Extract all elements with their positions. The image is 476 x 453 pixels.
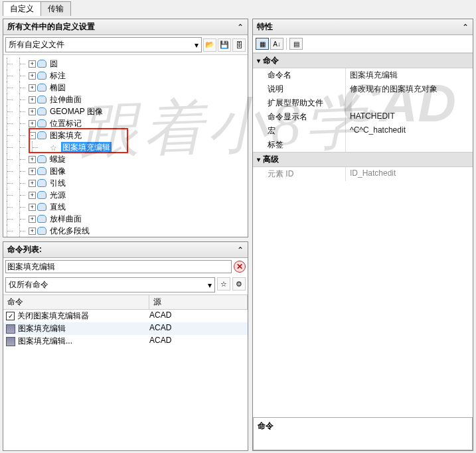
tree-twisty[interactable]: [29, 84, 36, 92]
tree-node[interactable]: 放样曲面: [3, 213, 248, 225]
command-name: 图案填充编辑...: [18, 336, 72, 347]
tree-node-label: 圆: [48, 58, 59, 70]
collapse-icon[interactable]: ⌃: [462, 23, 469, 32]
tree-node-label: 拉伸曲面: [48, 94, 83, 105]
tree-twisty[interactable]: [29, 72, 36, 80]
mouse-icon: [37, 191, 46, 199]
collapse-icon[interactable]: ⌃: [237, 245, 244, 255]
highlight-box: [29, 128, 128, 153]
tree-node[interactable]: 引线: [3, 177, 248, 189]
tab-custom[interactable]: 自定义: [3, 1, 41, 16]
tree-node-label: GEOMAP 图像: [48, 106, 104, 117]
tree-node[interactable]: 圆: [3, 58, 248, 70]
command-search-input[interactable]: [5, 260, 232, 273]
tree-node[interactable]: 图像: [3, 165, 248, 177]
tree-node-label: 光源: [48, 190, 67, 201]
alpha-sort-icon[interactable]: A↓: [270, 38, 283, 50]
command-icon: [6, 324, 15, 334]
tree-twisty[interactable]: [29, 204, 36, 211]
custom-panel-title: 所有文件中的自定义设置: [7, 21, 95, 32]
command-list[interactable]: ✓关闭图案填充编辑器ACAD图案填充编辑ACAD图案填充编辑...ACAD: [3, 310, 248, 450]
customization-panel: 所有文件中的自定义设置 ⌃ 所有自定义文件 ▾ 📂 💾 🗄 圆标注椭圆拉伸曲面G…: [3, 19, 248, 237]
favorite-icon[interactable]: ☆: [217, 277, 230, 291]
tree-node-label: 图像: [48, 166, 67, 177]
properties-panel: 特性 ⌃ ▦ A↓ ▤ 命令 命令名图案填充编辑 说明修改现有的图案填充对象 扩…: [252, 19, 473, 451]
mouse-icon: [37, 203, 46, 211]
tree-node[interactable]: GEOMAP 图像: [3, 105, 248, 117]
mouse-icon: [37, 119, 46, 127]
checkbox-icon[interactable]: ✓: [6, 312, 15, 320]
group-command[interactable]: 命令: [253, 53, 473, 68]
mouse-icon: [37, 155, 46, 163]
tree-node-label: 优化多段线: [48, 226, 91, 237]
tree-node[interactable]: 拉伸曲面: [3, 94, 248, 105]
command-source: ACAD: [149, 323, 248, 334]
filter-combo[interactable]: 仅所有命令 ▾: [5, 277, 215, 292]
tree-twisty[interactable]: [29, 192, 36, 199]
tree-twisty[interactable]: [29, 180, 36, 187]
mouse-icon: [37, 84, 46, 92]
command-list-row[interactable]: 图案填充编辑...ACAD: [3, 335, 248, 348]
clear-search-icon[interactable]: ✕: [234, 261, 246, 273]
tree-node-label: 直线: [48, 202, 67, 213]
mouse-icon: [37, 60, 46, 68]
mouse-icon: [37, 72, 46, 80]
collapse-icon[interactable]: ⌃: [237, 23, 244, 32]
props-description-footer: 命令: [253, 417, 473, 450]
tree-node[interactable]: 标注: [3, 70, 248, 82]
tree-node[interactable]: 优化多段线: [3, 225, 248, 237]
col-source[interactable]: 源: [149, 295, 248, 309]
tree-node[interactable]: 光源: [3, 189, 248, 201]
custom-tree[interactable]: 圆标注椭圆拉伸曲面GEOMAP 图像位置标记图案填充图案填充编辑螺旋图像引线光源…: [3, 55, 248, 237]
group-advanced[interactable]: 高级: [253, 152, 473, 167]
tree-node-label: 螺旋: [48, 154, 67, 165]
mouse-icon: [37, 215, 46, 223]
command-source: ACAD: [149, 310, 248, 322]
mouse-icon: [37, 96, 46, 103]
tree-twisty[interactable]: [29, 108, 36, 115]
command-icon: [6, 337, 15, 346]
saveall-icon[interactable]: 🗄: [232, 38, 246, 52]
tree-node-label: 引线: [48, 178, 67, 189]
open-icon[interactable]: 📂: [203, 38, 216, 52]
props-title: 特性: [257, 21, 273, 32]
tree-twisty[interactable]: [29, 156, 36, 163]
tree-twisty[interactable]: [29, 120, 36, 127]
chevron-down-icon: ▾: [195, 40, 198, 50]
mouse-icon: [37, 179, 46, 187]
command-list-row[interactable]: 图案填充编辑ACAD: [3, 322, 248, 335]
tree-node-label: 位置标记: [48, 118, 83, 129]
mouse-icon: [37, 227, 46, 235]
prop-page-icon[interactable]: ▤: [289, 38, 303, 50]
mouse-icon: [37, 107, 46, 115]
tree-twisty[interactable]: [29, 216, 36, 223]
tree-node[interactable]: 椭圆: [3, 82, 248, 94]
tree-twisty[interactable]: [29, 227, 36, 235]
tree-node[interactable]: 直线: [3, 201, 248, 213]
tree-node[interactable]: 螺旋: [3, 153, 248, 165]
command-name: 关闭图案填充编辑器: [17, 310, 89, 322]
property-grid[interactable]: 命令 命令名图案填充编辑 说明修改现有的图案填充对象 扩展型帮助文件 命令显示名…: [253, 53, 473, 417]
command-name: 图案填充编辑: [18, 323, 66, 334]
tree-twisty[interactable]: [29, 168, 36, 175]
cmdlist-title: 命令列表:: [7, 244, 42, 255]
command-source: ACAD: [149, 336, 248, 347]
tab-transfer[interactable]: 传输: [40, 1, 71, 16]
categorized-view-icon[interactable]: ▦: [256, 38, 269, 50]
command-list-row[interactable]: ✓关闭图案填充编辑器ACAD: [3, 310, 248, 322]
command-list-panel: 命令列表: ⌃ ✕ 仅所有命令 ▾ ☆ ⚙ 命令 源 ✓关闭图案填充编辑器ACA…: [3, 241, 248, 451]
chevron-down-icon: ▾: [208, 281, 212, 290]
save-icon[interactable]: 💾: [218, 38, 231, 52]
tree-twisty[interactable]: [29, 96, 36, 103]
tree-node-label: 椭圆: [48, 82, 67, 94]
mouse-icon: [37, 167, 46, 175]
filter-settings-icon[interactable]: ⚙: [232, 277, 246, 291]
tree-node-label: 标注: [48, 70, 67, 82]
custom-file-combo[interactable]: 所有自定义文件 ▾: [5, 37, 202, 52]
tree-node-label: 放样曲面: [48, 214, 83, 225]
tree-twisty[interactable]: [29, 60, 36, 68]
col-command[interactable]: 命令: [3, 295, 149, 309]
